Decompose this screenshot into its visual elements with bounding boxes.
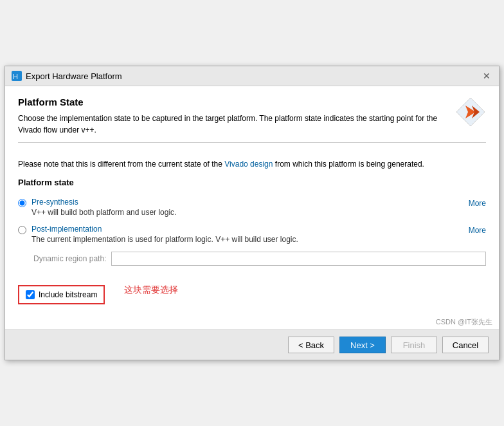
note-before-link: Please note that this is different from … [18,160,224,169]
radio-left-pre-synthesis: Pre-synthesis V++ will build both platfo… [18,198,462,217]
dynamic-region-input[interactable] [111,252,486,266]
close-button[interactable]: ✕ [481,70,492,82]
header-row: Platform State Choose the implementation… [18,97,486,136]
radio-row-pre-synthesis: Pre-synthesis V++ will build both platfo… [18,194,486,221]
radio-desc-pre-synthesis: V++ will build both platform and user lo… [32,208,176,217]
radio-title-post-impl[interactable]: Post-implementation [32,225,298,234]
header-text-block: Platform State Choose the implementation… [18,97,437,136]
finish-button[interactable]: Finish [391,337,437,353]
radio-post-implementation[interactable] [18,226,26,234]
section-title: Platform State [18,97,437,107]
note-after-link: from which this platform is being genera… [273,160,424,169]
include-bitstream-label: Include bitstream [39,290,97,299]
divider1 [18,142,486,143]
button-row: < Back Next > Finish Cancel [5,329,499,360]
back-button[interactable]: < Back [288,337,334,353]
radio-content-post-impl: Post-implementation The current implemen… [32,225,298,244]
annotation-text: 这块需要选择 [124,284,178,296]
bottom-area: CSDN @IT张先生 < Back Next > Finish Cancel [5,315,499,360]
radio-group: Pre-synthesis V++ will build both platfo… [18,194,486,266]
title-bar-left: H Export Hardware Platform [12,71,122,81]
radio-row-post-impl: Post-implementation The current implemen… [18,221,486,248]
more-link-post-impl[interactable]: More [469,225,486,235]
include-bitstream-area: Include bitstream 这块需要选择 [18,276,486,304]
more-link-pre-synthesis[interactable]: More [469,198,486,208]
checkbox-container: Include bitstream [18,285,105,304]
radio-content-pre-synthesis: Pre-synthesis V++ will build both platfo… [32,198,176,217]
description-text: Choose the implementation state to be ca… [18,113,437,136]
export-hardware-dialog: H Export Hardware Platform ✕ Platform St… [4,66,500,360]
vitis-logo [455,97,486,127]
vivado-design-link[interactable]: Vivado design [224,160,273,169]
radio-desc-post-impl: The current implementation is used for p… [32,235,298,244]
radio-pre-synthesis[interactable] [18,199,26,207]
dynamic-region-row: Dynamic region path: [33,252,486,266]
cancel-button[interactable]: Cancel [442,337,489,353]
note-text: Please note that this is different from … [18,158,486,170]
watermark-row: CSDN @IT张先生 [5,315,499,329]
dialog-body: Platform State Choose the implementation… [5,86,499,315]
include-bitstream-checkbox[interactable] [26,290,35,299]
desc-line2: Vivado flow under v++. [18,125,96,134]
radio-left-post-impl: Post-implementation The current implemen… [18,225,462,244]
dialog-icon: H [12,71,22,81]
watermark: CSDN @IT张先生 [436,317,492,327]
next-button[interactable]: Next > [339,337,386,353]
title-bar: H Export Hardware Platform ✕ [5,66,499,86]
dynamic-region-label: Dynamic region path: [33,254,106,263]
desc-line1: Choose the implementation state to be ca… [18,114,437,123]
radio-title-pre-synthesis[interactable]: Pre-synthesis [32,198,176,207]
platform-state-label: Platform state [18,178,486,187]
svg-text:H: H [13,73,18,80]
dialog-title: Export Hardware Platform [26,71,122,81]
